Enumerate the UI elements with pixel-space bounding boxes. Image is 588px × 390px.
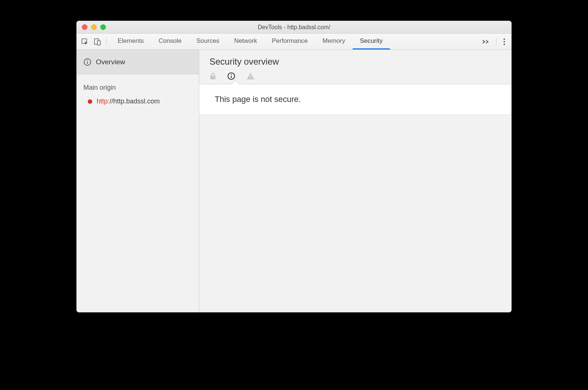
tab-label: Network <box>234 37 257 45</box>
svg-point-5 <box>504 44 505 45</box>
indicator-caret <box>232 81 239 84</box>
origin-host: //http.badssl.com <box>110 98 160 105</box>
origin-url: http://http.badssl.com <box>97 98 160 105</box>
svg-rect-13 <box>250 75 251 77</box>
svg-point-7 <box>87 60 88 61</box>
tab-memory[interactable]: Memory <box>315 34 352 49</box>
insecure-dot-icon <box>88 99 92 104</box>
sidebar-origin-item[interactable]: http://http.badssl.com <box>77 95 199 107</box>
sidebar-overview-item[interactable]: Overview <box>77 50 199 74</box>
tab-sources[interactable]: Sources <box>189 34 226 49</box>
security-header: Security overview <box>199 50 511 84</box>
inspect-element-icon[interactable] <box>81 38 89 45</box>
origin-scheme: http: <box>97 98 110 105</box>
separator <box>106 38 107 46</box>
devtools-toolbar: Elements Console Sources Network Perform… <box>77 34 511 50</box>
security-sidebar: Overview Main origin http://http.badssl.… <box>77 50 199 312</box>
device-toolbar-icon[interactable] <box>94 38 101 45</box>
tab-console[interactable]: Console <box>151 34 189 49</box>
window-title: DevTools - http.badssl.com/ <box>77 24 511 31</box>
svg-point-3 <box>504 38 505 40</box>
security-main: Security overview <box>199 50 511 312</box>
info-icon <box>227 72 235 80</box>
tab-label: Security <box>360 37 383 45</box>
security-title: Security overview <box>210 57 511 67</box>
svg-point-11 <box>231 74 232 75</box>
warning-icon <box>246 72 255 80</box>
sidebar-section-label: Main origin <box>77 74 199 95</box>
devtools-window: DevTools - http.badssl.com/ Elements Con… <box>76 21 512 312</box>
svg-point-4 <box>504 41 505 42</box>
svg-rect-2 <box>97 41 100 45</box>
security-indicator-row <box>210 72 511 84</box>
sidebar-overview-label: Overview <box>96 58 125 66</box>
panel-content: Overview Main origin http://http.badssl.… <box>77 50 511 312</box>
svg-rect-14 <box>250 78 251 79</box>
kebab-menu-icon[interactable] <box>503 38 505 45</box>
tab-label: Sources <box>196 37 219 45</box>
tab-label: Performance <box>272 37 308 45</box>
separator <box>496 38 497 46</box>
panel-tabs: Elements Console Sources Network Perform… <box>110 34 482 49</box>
svg-rect-9 <box>210 76 215 79</box>
security-message: This page is not secure. <box>199 84 511 115</box>
tab-network[interactable]: Network <box>227 34 264 49</box>
info-icon <box>83 58 91 66</box>
titlebar: DevTools - http.badssl.com/ <box>77 21 511 34</box>
tab-label: Console <box>159 37 181 45</box>
tab-label: Memory <box>322 37 345 45</box>
tab-performance[interactable]: Performance <box>264 34 315 49</box>
more-tabs-icon[interactable] <box>482 39 490 44</box>
lock-icon <box>210 72 216 80</box>
tab-elements[interactable]: Elements <box>110 34 151 49</box>
tab-security[interactable]: Security <box>353 34 390 49</box>
tab-label: Elements <box>118 37 144 45</box>
